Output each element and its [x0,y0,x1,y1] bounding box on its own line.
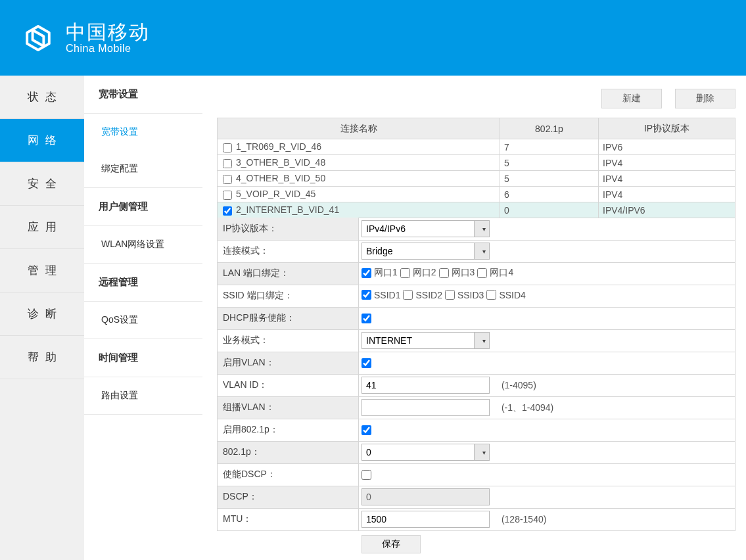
brand-name-en: China Mobile [66,43,150,55]
checkbox-dhcp[interactable] [361,314,371,323]
settings-form: IP协议版本： IPv4/IPv6 ▾ 连接模式： Bridge ▾ [217,218,735,553]
conn-8021p: 6 [500,187,599,202]
table-row[interactable]: 5_VOIP_R_VID_456IPV4 [218,187,735,202]
brand-name-cn: 中国移动 [66,21,150,43]
conn-ipver: IPV4 [599,155,735,171]
nav-sub-broadband-settings[interactable]: 宽带设置 [84,114,202,151]
conn-name: 2_INTERNET_B_VID_41 [236,204,339,215]
conn-ipver: IPV4 [599,171,735,187]
nav-sub-group-remote: 远程管理 [84,264,202,302]
checkbox-dscp-enable[interactable] [361,470,371,480]
nav-main-network[interactable]: 网络 [0,119,84,162]
save-button[interactable]: 保存 [361,535,421,553]
nav-main-help[interactable]: 帮助 [0,336,84,379]
nav-main-manage[interactable]: 管理 [0,249,84,292]
col-header-ipver: IP协议版本 [599,118,735,139]
label-vlan-enable: 启用VLAN： [218,352,359,374]
checkbox-lan3[interactable] [439,268,449,278]
input-dscp [361,488,490,505]
input-mtu[interactable] [361,511,490,528]
conn-name: 3_OTHER_B_VID_48 [236,157,325,168]
nav-main-security[interactable]: 安全 [0,162,84,206]
row-checkbox[interactable] [223,191,232,200]
nav-main-app[interactable]: 应用 [0,206,84,249]
label-lan3: 网口3 [452,267,475,279]
select-ip-proto[interactable]: IPv4/IPv6 [361,220,490,237]
select-conn-mode[interactable]: Bridge [361,243,490,260]
conn-name: 1_TR069_R_VID_46 [236,141,321,152]
label-ssid4: SSID4 [499,290,525,300]
label-lan-bind: LAN 端口绑定： [218,262,359,285]
hint-vlan-id: (1-4095) [501,380,536,390]
header: 中国移动 China Mobile [0,0,746,76]
conn-8021p: 5 [500,171,599,187]
label-svc-mode: 业务模式： [218,329,359,352]
col-header-name: 连接名称 [218,118,500,139]
col-header-8021p: 802.1p [500,118,599,139]
checkbox-lan2[interactable] [400,268,410,278]
label-lan2: 网口2 [413,267,436,279]
label-mcast-vlan: 组播VLAN： [218,396,359,419]
label-ip-proto: IP协议版本： [218,218,359,240]
connection-table: 连接名称 802.1p IP协议版本 1_TR069_R_VID_467IPV6… [217,118,735,218]
conn-8021p: 7 [500,139,599,155]
label-mtu: MTU： [218,508,359,530]
content: 新建 删除 连接名称 802.1p IP协议版本 1_TR069_R_VID_4… [202,76,746,560]
conn-ipver: IPV6 [599,139,735,155]
label-ssid-bind: SSID 端口绑定： [218,285,359,307]
delete-button[interactable]: 删除 [675,89,735,108]
input-vlan-id[interactable] [361,377,490,394]
label-8021p-enable: 启用802.1p： [218,419,359,441]
conn-8021p: 5 [500,155,599,171]
conn-name: 4_OTHER_B_VID_50 [236,173,325,183]
checkbox-vlan-enable[interactable] [361,358,371,368]
nav-sub-group-broadband: 宽带设置 [84,76,202,114]
conn-ipver: IPV4 [599,187,735,202]
nav-main-diagnose[interactable]: 诊断 [0,292,84,336]
label-lan1: 网口1 [374,267,398,279]
nav-sub-bind-config[interactable]: 绑定配置 [84,151,202,187]
checkbox-lan1[interactable] [361,268,371,278]
select-svc-mode[interactable]: INTERNET [361,332,490,349]
label-lan4: 网口4 [490,267,513,279]
label-dscp: DSCP： [218,486,359,508]
action-bar: 新建 删除 [217,89,735,108]
nav-sub-qos-settings[interactable]: QoS设置 [84,302,202,338]
nav-sub-wlan-settings[interactable]: WLAN网络设置 [84,226,202,263]
nav-sub-group-time: 时间管理 [84,339,202,377]
label-dhcp: DHCP服务使能： [218,307,359,329]
conn-name: 5_VOIP_R_VID_45 [236,189,315,199]
checkbox-ssid2[interactable] [403,290,413,300]
label-dscp-enable: 使能DSCP： [218,463,359,486]
checkbox-lan4[interactable] [477,268,487,278]
checkbox-ssid3[interactable] [445,290,455,300]
row-checkbox[interactable] [223,143,232,152]
nav-main-status[interactable]: 状态 [0,76,84,119]
nav-sub-route-settings[interactable]: 路由设置 [84,377,202,414]
label-ssid1: SSID1 [374,290,400,300]
row-checkbox[interactable] [223,175,232,184]
label-ssid2: SSID2 [415,290,442,300]
hint-mtu: (128-1540) [501,514,547,525]
hint-mcast-vlan: (-1、1-4094) [501,402,553,413]
table-row[interactable]: 2_INTERNET_B_VID_410IPV4/IPV6 [218,202,735,218]
row-checkbox[interactable] [223,206,232,216]
new-button[interactable]: 新建 [601,89,662,108]
conn-ipver: IPV4/IPV6 [599,202,735,218]
table-row[interactable]: 4_OTHER_B_VID_505IPV4 [218,171,735,187]
nav-sub-group-userside: 用户侧管理 [84,188,202,226]
select-8021p[interactable]: 0 [361,444,490,461]
input-mcast-vlan[interactable] [361,399,490,416]
label-8021p: 802.1p： [218,441,359,463]
label-conn-mode: 连接模式： [218,240,359,262]
checkbox-8021p-enable[interactable] [361,425,371,435]
row-checkbox[interactable] [223,159,232,168]
label-ssid3: SSID3 [457,290,484,300]
table-row[interactable]: 1_TR069_R_VID_467IPV6 [218,139,735,155]
table-row[interactable]: 3_OTHER_B_VID_485IPV4 [218,155,735,171]
nav-main: 状态 网络 安全 应用 管理 诊断 帮助 [0,76,84,560]
nav-sub: 宽带设置 宽带设置 绑定配置 用户侧管理 WLAN网络设置 远程管理 QoS设置… [84,76,202,560]
checkbox-ssid1[interactable] [361,290,371,300]
checkbox-ssid4[interactable] [486,290,496,300]
logo: 中国移动 China Mobile [20,20,150,57]
